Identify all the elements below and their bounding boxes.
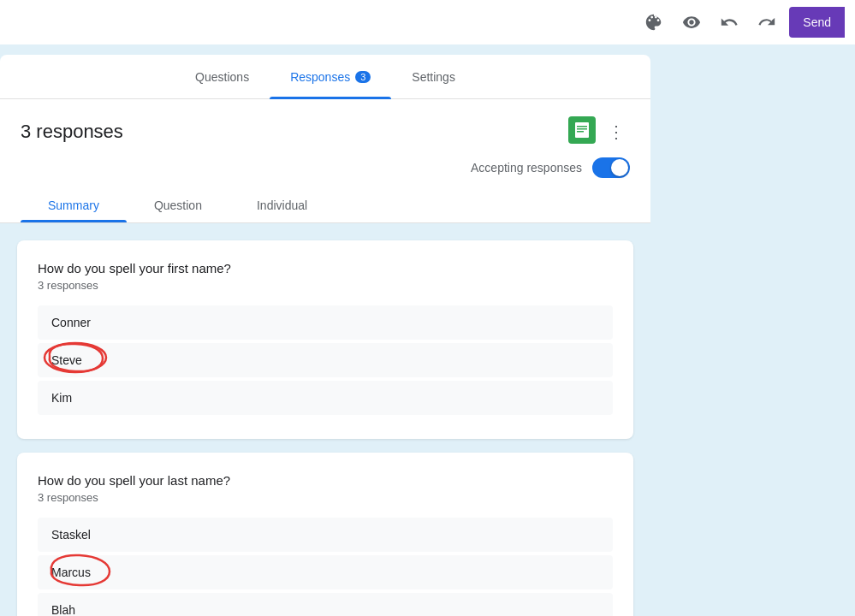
question-card-2: How do you spell your last name? 3 respo…: [17, 453, 633, 616]
sheets-icon[interactable]: [568, 116, 596, 147]
answer-1-0: Conner: [38, 305, 613, 340]
answer-2-1: Marcus: [38, 555, 613, 589]
questions-area: How do you spell your first name? 3 resp…: [0, 223, 650, 616]
tab-settings[interactable]: Settings: [391, 55, 476, 99]
answer-1-0-wrapper: Conner: [38, 305, 613, 340]
answer-1-2: Kim: [38, 381, 613, 415]
answer-1-1: Steve: [38, 343, 613, 377]
sub-tab-question[interactable]: Question: [127, 188, 229, 222]
svg-rect-2: [577, 126, 587, 127]
answer-1-1-wrapper: Steve: [38, 343, 613, 377]
answer-2-1-wrapper: Marcus: [38, 555, 613, 589]
svg-rect-1: [575, 122, 589, 138]
answer-2-0: Staskel: [38, 518, 613, 552]
sub-tab-summary[interactable]: Summary: [21, 188, 127, 222]
palette-icon[interactable]: [638, 7, 669, 38]
answer-1-2-wrapper: Kim: [38, 381, 613, 415]
accepting-responses-label: Accepting responses: [471, 161, 582, 175]
question-1-count: 3 responses: [38, 279, 613, 292]
question-1-text: How do you spell your first name?: [38, 261, 613, 275]
sub-tab-individual[interactable]: Individual: [229, 188, 335, 222]
svg-rect-3: [577, 128, 587, 130]
send-button[interactable]: Send: [789, 7, 845, 38]
responses-title: 3 responses: [21, 121, 123, 143]
svg-rect-4: [577, 131, 584, 133]
toggle-row: Accepting responses: [0, 157, 650, 188]
accepting-responses-toggle[interactable]: [592, 157, 630, 178]
question-2-count: 3 responses: [38, 491, 613, 504]
main-content: Questions Responses 3 Settings 3 respons…: [0, 0, 855, 616]
tab-responses[interactable]: Responses 3: [270, 55, 391, 99]
question-2-text: How do you spell your last name?: [38, 473, 613, 488]
answer-2-2-wrapper: Blah: [38, 593, 613, 616]
tabs-bar: Questions Responses 3 Settings: [0, 55, 650, 99]
tab-questions[interactable]: Questions: [175, 55, 270, 99]
responses-header: 3 responses ⋮: [0, 99, 650, 157]
top-bar: Send: [0, 0, 855, 44]
responses-badge: 3: [355, 71, 371, 83]
answer-2-2: Blah: [38, 593, 613, 616]
redo-icon[interactable]: [751, 7, 782, 38]
answer-2-0-wrapper: Staskel: [38, 518, 613, 552]
more-options-icon[interactable]: ⋮: [603, 118, 630, 145]
undo-icon[interactable]: [714, 7, 745, 38]
sub-tabs: Summary Question Individual: [0, 188, 650, 223]
question-card-1: How do you spell your first name? 3 resp…: [17, 240, 633, 439]
header-actions: ⋮: [568, 116, 630, 147]
preview-icon[interactable]: [676, 7, 707, 38]
form-container: Questions Responses 3 Settings 3 respons…: [0, 55, 650, 616]
